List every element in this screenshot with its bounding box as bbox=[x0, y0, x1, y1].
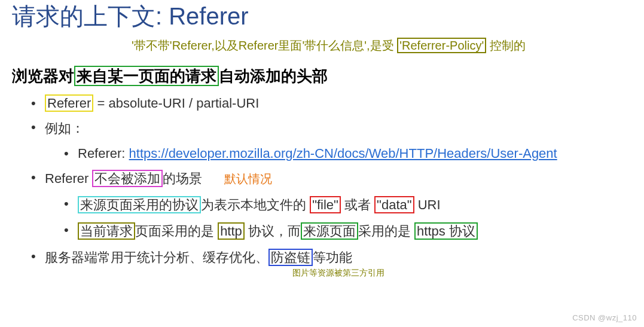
referer-label-box: Referer bbox=[45, 94, 93, 112]
subtitle-part3: 控制的 bbox=[486, 39, 526, 52]
list-item-example: 例如： Referer: https://developer.mozilla.o… bbox=[12, 120, 632, 161]
case2-https: https 协议 bbox=[414, 222, 478, 240]
case2-current: 当前请求 bbox=[78, 222, 135, 240]
case1-text1: 为表示本地文件的 bbox=[201, 197, 310, 212]
list-item-not-added: Referer 不会被添加的场景 默认情况 来源页面采用的协议为表示本地文件的 … bbox=[12, 170, 632, 240]
referer-def-rest: = absolute-URI / partial-URI bbox=[93, 96, 259, 111]
subtitle-part1: '带不带'Referer,以及Referer里面'带什么信息',是受 bbox=[132, 39, 397, 52]
default-note: 默认情况 bbox=[224, 172, 272, 185]
case1-uri: URI bbox=[414, 197, 441, 212]
case1-data: "data" bbox=[374, 196, 414, 213]
case1-or: 或者 bbox=[341, 197, 374, 212]
server-text2: 等功能 bbox=[313, 250, 352, 265]
case2-text1: 页面采用的是 bbox=[135, 224, 218, 239]
section-heading: 浏览器对来自某一页面的请求自动添加的头部 bbox=[12, 66, 632, 87]
heading-part3: 自动添加的头部 bbox=[219, 67, 328, 85]
not-added-case1: 来源页面采用的协议为表示本地文件的 "file" 或者 "data" URI bbox=[45, 196, 632, 214]
heading-part1: 浏览器对 bbox=[12, 67, 74, 85]
heading-highlight: 来自某一页面的请求 bbox=[74, 66, 219, 86]
list-item-referer-def: Referer = absolute-URI / partial-URI bbox=[12, 96, 632, 111]
case1-file: "file" bbox=[310, 196, 341, 213]
footnote: 图片等资源被第三方引用 bbox=[45, 268, 632, 279]
case2-text2: 协议，而 bbox=[245, 224, 301, 239]
subtitle-policy-term: 'Referrer-Policy' bbox=[397, 38, 486, 53]
server-text1: 服务器端常用于统计分析、缓存优化、 bbox=[45, 250, 268, 265]
subtitle: '带不带'Referer,以及Referer里面'带什么信息',是受 'Refe… bbox=[132, 38, 632, 54]
example-link[interactable]: https://developer.mozilla.org/zh-CN/docs… bbox=[129, 146, 557, 161]
case2-source: 来源页面 bbox=[301, 222, 358, 240]
example-detail: Referer: https://developer.mozilla.org/z… bbox=[45, 146, 632, 161]
list-item-server: 服务器端常用于统计分析、缓存优化、防盗链等功能 图片等资源被第三方引用 bbox=[12, 249, 632, 279]
example-label: 例如： bbox=[45, 121, 84, 136]
example-prefix: Referer: bbox=[78, 146, 129, 161]
not-added-p3: 的场景 bbox=[163, 171, 202, 186]
case1-protocol: 来源页面采用的协议 bbox=[78, 196, 201, 213]
case2-http: http bbox=[218, 222, 245, 240]
example-sublist: Referer: https://developer.mozilla.org/z… bbox=[45, 146, 632, 161]
not-added-highlight: 不会被添加 bbox=[92, 170, 163, 187]
not-added-p1: Referer bbox=[45, 171, 92, 186]
main-list: Referer = absolute-URI / partial-URI 例如：… bbox=[12, 96, 632, 279]
slide-title: 请求的上下文: Referer bbox=[12, 0, 632, 33]
case2-text3: 采用的是 bbox=[358, 224, 414, 239]
not-added-sublist: 来源页面采用的协议为表示本地文件的 "file" 或者 "data" URI 当… bbox=[45, 196, 632, 240]
watermark: CSDN @wzj_110 bbox=[572, 313, 637, 322]
server-hotlink: 防盗链 bbox=[268, 249, 313, 266]
not-added-case2: 当前请求页面采用的是 http 协议，而来源页面采用的是 https 协议 bbox=[45, 222, 632, 240]
